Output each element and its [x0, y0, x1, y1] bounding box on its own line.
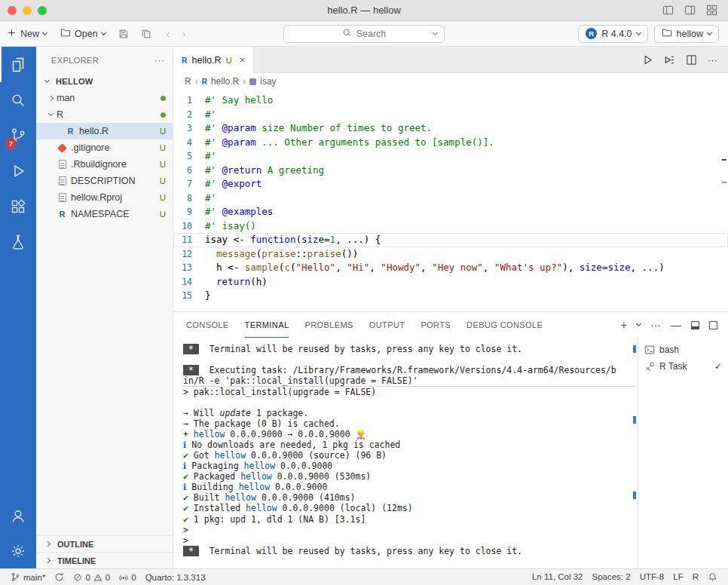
more-actions-icon[interactable]: ···	[650, 320, 661, 330]
notifications-bell-icon[interactable]	[703, 572, 722, 582]
zoom-window-button[interactable]	[38, 6, 47, 15]
terminal-instance-bash[interactable]: bash	[638, 342, 728, 358]
breadcrumb-symbol[interactable]: isay	[260, 76, 276, 87]
panel-tab-terminal[interactable]: TERMINAL	[245, 312, 289, 338]
save-all-icon[interactable]	[135, 29, 158, 39]
activity-source-control-icon[interactable]: 7	[0, 118, 36, 153]
run-source-icon[interactable]	[664, 54, 675, 66]
search-placeholder: Search	[356, 29, 387, 39]
workspace-root-item[interactable]: HELLOW	[36, 73, 173, 90]
timeline-section-header[interactable]: TIMELINE	[36, 552, 173, 568]
code-line[interactable]: 4#' @param ... Other arguments passed to…	[173, 136, 728, 150]
activity-search-icon[interactable]	[0, 82, 36, 118]
r-file-icon: R	[68, 127, 74, 136]
outline-section-header[interactable]: OUTLINE	[36, 535, 173, 552]
split-editor-icon[interactable]	[686, 54, 697, 66]
terminal-instance-r-task[interactable]: R Task ✓	[638, 358, 728, 375]
toggle-panel-icon[interactable]	[684, 5, 696, 16]
code-line[interactable]: 15}	[173, 289, 728, 303]
navigate-forward-icon[interactable]: ›	[182, 27, 186, 40]
code-line[interactable]: 11isay <- function(size=1, ...) {	[173, 233, 728, 247]
chevron-down-icon[interactable]	[636, 321, 641, 326]
activity-explorer-icon[interactable]	[0, 47, 36, 82]
open-button[interactable]: Open	[54, 21, 112, 46]
plus-icon	[7, 28, 17, 40]
tree-item-gitignore[interactable]: .gitignoreU	[36, 139, 173, 156]
code-line[interactable]: 7#' @export	[173, 177, 728, 191]
terminal-line: ℹ Building hellow 0.0.0.9000	[183, 482, 638, 492]
code-line[interactable]: 5#'	[173, 149, 728, 164]
tab-hello-r[interactable]: R hello.R U ×	[173, 47, 254, 73]
code-line[interactable]: 13 h <- sample(c("Hello", "Hi", "Howdy",…	[173, 261, 728, 275]
problems-indicator[interactable]: 0 0	[69, 569, 115, 585]
git-modified-dot	[161, 112, 166, 118]
run-file-icon[interactable]	[642, 54, 653, 66]
explorer-more-actions-icon[interactable]: ···	[154, 56, 165, 65]
encoding-setting[interactable]: UTF-8	[635, 572, 669, 581]
code-line[interactable]: 3#' @param size Number of times to greet…	[173, 121, 728, 136]
new-button[interactable]: New	[0, 21, 54, 46]
cursor-position[interactable]: Ln 11, Col 32	[528, 572, 588, 581]
breadcrumb-folder[interactable]: R	[185, 76, 191, 87]
navigate-back-icon[interactable]: ‹	[167, 27, 170, 40]
settings-gear-icon[interactable]	[0, 533, 36, 568]
toggle-sidebar-icon[interactable]	[662, 5, 674, 16]
panel-tab-ports[interactable]: PORTS	[421, 312, 451, 338]
code-line[interactable]: 8#'	[173, 191, 728, 206]
active-task-check-icon: ✓	[714, 361, 722, 372]
quarto-version[interactable]: Quarto: 1.3.313	[141, 569, 210, 585]
chevron-right-icon	[44, 541, 50, 547]
new-terminal-icon[interactable]: +	[621, 320, 627, 330]
tree-item-rbuildignore[interactable]: .RbuildignoreU	[36, 156, 173, 173]
account-icon[interactable]	[0, 498, 36, 533]
activity-extensions-icon[interactable]	[0, 188, 36, 224]
tree-item-hello.r[interactable]: Rhello.RU	[36, 123, 173, 139]
tree-item-namespace[interactable]: RNAMESPACEU	[36, 206, 173, 222]
terminal-scrollbar-mark	[633, 416, 636, 424]
panel-tab-output[interactable]: OUTPUT	[369, 312, 405, 338]
activity-run-debug-icon[interactable]	[0, 153, 36, 188]
tree-item-man[interactable]: man	[36, 90, 173, 106]
indentation-setting[interactable]: Spaces: 2	[588, 572, 635, 581]
code-line[interactable]: 12 message(praise::praise())	[173, 247, 728, 262]
ports-indicator[interactable]: 0	[115, 569, 140, 585]
close-tab-icon[interactable]: ×	[240, 54, 246, 66]
panel-tab-problems[interactable]: PROBLEMS	[304, 312, 353, 338]
interpreter-selector[interactable]: R R 4.4.0	[578, 25, 647, 43]
workspace-selector[interactable]: hellow	[654, 25, 719, 43]
eol-setting[interactable]: LF	[668, 572, 687, 581]
breadcrumb-file[interactable]: hello.R	[211, 76, 239, 87]
close-window-button[interactable]	[8, 6, 17, 15]
r-logo-icon: R	[586, 28, 597, 39]
code-line[interactable]: 1#' Say hello	[173, 93, 728, 108]
scm-badge: 7	[5, 138, 17, 149]
sync-changes-button[interactable]	[50, 569, 69, 585]
tree-item-r[interactable]: R	[36, 106, 173, 123]
tree-item-hellow.rproj[interactable]: hellow.RprojU	[36, 189, 173, 206]
code-line[interactable]: 2#'	[173, 108, 728, 122]
code-line[interactable]: 6#' @return A greeting	[173, 164, 728, 178]
git-branch-indicator[interactable]: main*	[6, 569, 50, 585]
minimize-window-button[interactable]	[23, 6, 32, 15]
global-search-input[interactable]: Search	[283, 25, 445, 43]
terminal-output[interactable]: * Terminal will be reused by tasks, pres…	[173, 338, 638, 568]
code-line[interactable]: 9#' @examples	[173, 205, 728, 219]
status-bar: main* 0 0 0 Quarto: 1.3.313 Ln 11, Col 3…	[0, 568, 728, 585]
code-editor[interactable]: 1#' Say hello2#'3#' @param size Number o…	[173, 90, 728, 311]
code-line[interactable]: 14 return(h)	[173, 275, 728, 289]
layout-grid-icon[interactable]	[706, 5, 717, 16]
maximize-panel-icon[interactable]	[709, 321, 717, 329]
save-icon[interactable]	[112, 29, 135, 39]
terminal-scrollbar-mark	[633, 345, 636, 353]
chevron-right-icon	[47, 95, 53, 100]
panel-tab-console[interactable]: CONSOLE	[186, 312, 229, 338]
language-mode[interactable]: R	[688, 572, 703, 581]
code-line[interactable]: 10#' isay()	[173, 219, 728, 234]
minimize-panel-icon[interactable]: —	[671, 320, 681, 330]
more-actions-icon[interactable]: ···	[708, 54, 717, 66]
activity-testing-icon[interactable]	[0, 224, 36, 259]
git-status-badge: U	[160, 160, 166, 169]
panel-tab-debug-console[interactable]: DEBUG CONSOLE	[466, 312, 543, 338]
tree-item-description[interactable]: DESCRIPTIONU	[36, 173, 173, 189]
restore-panel-icon[interactable]	[691, 321, 699, 329]
